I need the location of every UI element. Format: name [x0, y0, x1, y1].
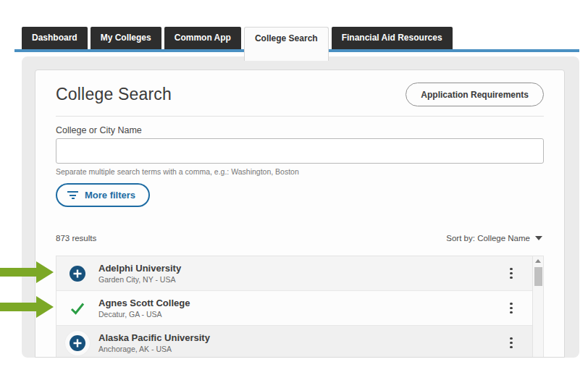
- tab-college-search[interactable]: College Search: [244, 27, 329, 61]
- college-info: Alaska Pacific University Anchorage, AK …: [98, 332, 210, 353]
- tab-dashboard[interactable]: Dashboard: [22, 27, 88, 49]
- check-icon: [69, 300, 86, 317]
- college-results-list: Adelphi University Garden City, NY - USA…: [56, 256, 544, 358]
- add-circle-icon: [70, 266, 85, 282]
- kebab-menu-icon[interactable]: [505, 335, 517, 351]
- more-filters-button[interactable]: More filters: [56, 183, 150, 207]
- college-name: Agnes Scott College: [98, 298, 190, 308]
- table-row[interactable]: Alaska Pacific University Anchorage, AK …: [56, 326, 543, 358]
- table-row[interactable]: Agnes Scott College Decatur, GA - USA: [56, 291, 543, 326]
- scrollbar-thumb[interactable]: [534, 267, 542, 286]
- college-search-card: College Search Application Requirements …: [35, 69, 565, 358]
- kebab-menu-icon[interactable]: [505, 266, 517, 282]
- more-filters-label: More filters: [85, 190, 135, 201]
- college-info: Agnes Scott College Decatur, GA - USA: [98, 298, 190, 319]
- results-count: 873 results: [56, 234, 96, 243]
- sort-by-dropdown[interactable]: Sort by: College Name: [446, 234, 542, 243]
- college-location: Decatur, GA - USA: [98, 310, 190, 319]
- college-location: Anchorage, AK - USA: [98, 345, 210, 353]
- application-requirements-button[interactable]: Application Requirements: [406, 83, 544, 106]
- sort-by-label: Sort by: College Name: [446, 234, 530, 243]
- college-added-indicator: [65, 296, 90, 321]
- tab-bar: Dashboard My Colleges Common App College…: [22, 27, 453, 61]
- college-info: Adelphi University Garden City, NY - USA: [98, 263, 181, 284]
- search-field-label: College or City Name: [56, 125, 142, 135]
- filter-icon: [67, 190, 78, 201]
- college-name: Alaska Pacific University: [98, 332, 210, 343]
- table-row[interactable]: Adelphi University Garden City, NY - USA: [56, 256, 543, 291]
- page-title: College Search: [56, 85, 172, 104]
- scroll-up-arrow-icon[interactable]: [533, 256, 543, 266]
- add-college-button[interactable]: [65, 331, 90, 355]
- college-name: Adelphi University: [98, 263, 181, 274]
- college-location: Garden City, NY - USA: [98, 275, 181, 284]
- tab-common-app[interactable]: Common App: [164, 27, 241, 49]
- search-input[interactable]: [56, 138, 544, 164]
- annotation-arrow: [0, 261, 55, 283]
- chevron-down-icon: [535, 236, 542, 240]
- tab-financial-aid-resources[interactable]: Financial Aid Resources: [332, 27, 453, 49]
- add-circle-icon: [70, 335, 85, 351]
- search-helper-text: Separate multiple search terms with a co…: [56, 167, 299, 176]
- header-divider: [56, 116, 544, 117]
- tab-my-colleges[interactable]: My Colleges: [91, 27, 161, 49]
- annotation-arrow: [0, 296, 55, 318]
- kebab-menu-icon[interactable]: [505, 300, 517, 316]
- list-scrollbar[interactable]: [532, 256, 543, 358]
- page: Dashboard My Colleges Common App College…: [0, 0, 588, 375]
- add-college-button[interactable]: [65, 261, 90, 286]
